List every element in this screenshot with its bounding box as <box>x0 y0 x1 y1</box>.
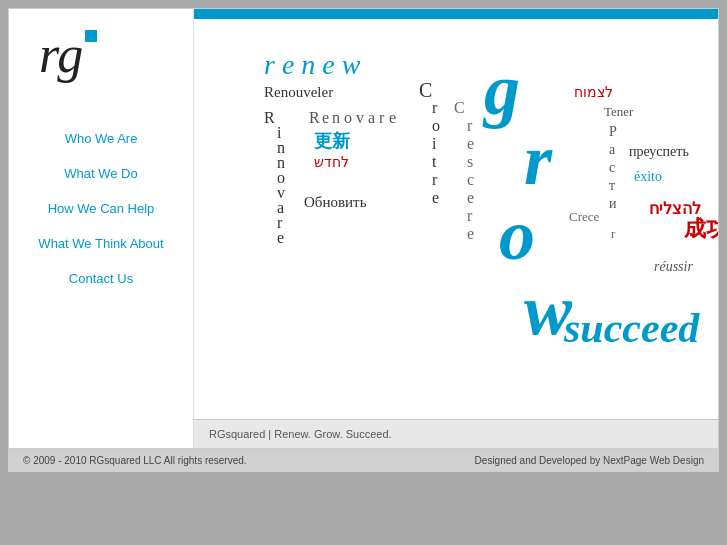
word-cloud-item: 成功 <box>684 214 718 244</box>
word-cloud-item: e <box>467 225 474 243</box>
blue-top-bar <box>194 9 718 19</box>
word-cloud-item: 更新 <box>314 129 350 153</box>
word-cloud-item: Renouveler <box>264 84 333 101</box>
word-cloud-item: e <box>389 109 396 127</box>
word-cloud-area: r e n e wRenouvelerRinnovare更新לחדשОбнови… <box>194 19 718 419</box>
word-cloud-item: o <box>499 194 535 277</box>
word-cloud-item: Обновить <box>304 194 367 211</box>
word-cloud-item: и <box>609 196 617 212</box>
word-cloud-item: r <box>467 207 472 225</box>
nav-who-we-are[interactable]: Who We Are <box>9 121 193 156</box>
word-cloud-item: C <box>454 99 465 117</box>
word-cloud-item: לצמוח <box>574 84 613 101</box>
design-credit: Designed and Developed by NextPage Web D… <box>475 455 704 466</box>
nav-what-we-think-about[interactable]: What We Think About <box>9 226 193 261</box>
word-cloud-item: o <box>344 109 352 127</box>
word-cloud-item: e <box>467 189 474 207</box>
word-cloud-item: преуспеть <box>629 144 689 160</box>
word-cloud-item: r <box>432 171 437 189</box>
footer-tagline: RGsquared | Renew. Grow. Succeed. <box>194 419 718 448</box>
word-cloud-item: Tener <box>604 104 633 120</box>
word-cloud-item: g <box>484 49 520 132</box>
word-cloud-item: т <box>609 178 615 194</box>
logo-area: rg <box>9 9 193 111</box>
word-cloud-item: לחדש <box>314 154 349 171</box>
word-cloud-item: r <box>467 117 472 135</box>
sidebar: rg Who We Are What We Do How We Can Help… <box>9 9 194 448</box>
logo-square <box>85 30 97 42</box>
word-cloud-item: r <box>432 99 437 117</box>
main-nav: Who We Are What We Do How We Can Help Wh… <box>9 121 193 296</box>
word-cloud-item: e <box>467 135 474 153</box>
word-cloud-item: n <box>332 109 340 127</box>
content-area: r e n e wRenouvelerRinnovare更新לחדשОбнови… <box>194 9 718 448</box>
word-cloud-item: t <box>432 153 436 171</box>
word-cloud-item: c <box>609 160 615 176</box>
nav-what-we-do[interactable]: What We Do <box>9 156 193 191</box>
word-cloud-item: s <box>467 153 473 171</box>
word-cloud: r e n e wRenouvelerRinnovare更新לחדשОбнови… <box>214 39 708 399</box>
word-cloud-item: Crece <box>569 209 599 225</box>
word-cloud-item: o <box>432 117 440 135</box>
word-cloud-item: r <box>379 109 384 127</box>
nav-contact-us[interactable]: Contact Us <box>9 261 193 296</box>
word-cloud-item: a <box>609 142 615 158</box>
word-cloud-item: e <box>432 189 439 207</box>
word-cloud-item: succeed <box>564 304 699 352</box>
nav-how-we-can-help[interactable]: How We Can Help <box>9 191 193 226</box>
word-cloud-item: réussir <box>654 259 693 275</box>
copyright: © 2009 - 2010 RGsquared LLC All rights r… <box>23 455 247 466</box>
word-cloud-item: a <box>368 109 375 127</box>
word-cloud-item: c <box>467 171 474 189</box>
word-cloud-item: r <box>524 119 552 202</box>
word-cloud-item: v <box>356 109 364 127</box>
word-cloud-item: r e n e w <box>264 49 360 81</box>
word-cloud-item: i <box>432 135 436 153</box>
logo-text: rg <box>39 29 97 81</box>
word-cloud-item: e <box>322 109 329 127</box>
word-cloud-item: éxito <box>634 169 662 185</box>
word-cloud-item: C <box>419 79 432 102</box>
word-cloud-item: R <box>264 109 275 127</box>
bottom-bar: © 2009 - 2010 RGsquared LLC All rights r… <box>8 449 719 472</box>
word-cloud-item: R <box>309 109 320 127</box>
word-cloud-item: e <box>277 229 284 247</box>
word-cloud-item: P <box>609 124 617 140</box>
word-cloud-item: r <box>611 226 615 242</box>
